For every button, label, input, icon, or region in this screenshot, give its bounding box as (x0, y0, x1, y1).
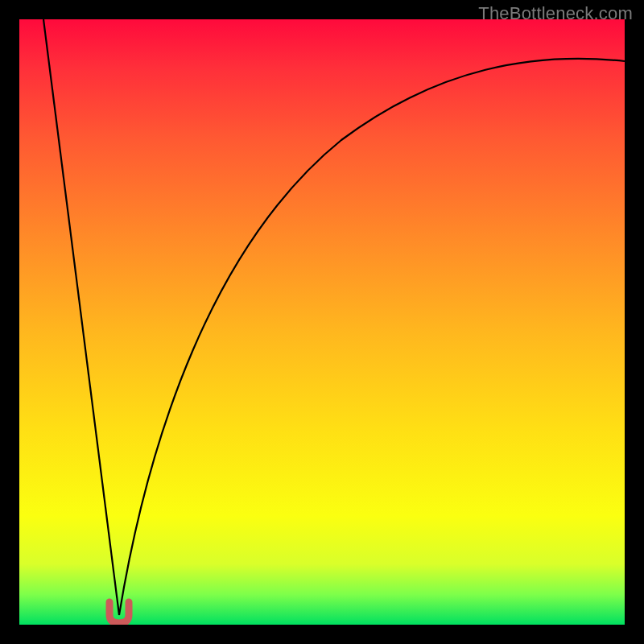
bottleneck-curve (19, 19, 625, 625)
curve-right-branch (119, 59, 625, 615)
curve-left-branch (43, 19, 119, 615)
chart-frame: TheBottleneck.com (0, 0, 644, 644)
plot-area (19, 19, 625, 625)
watermark-text: TheBottleneck.com (478, 3, 633, 24)
